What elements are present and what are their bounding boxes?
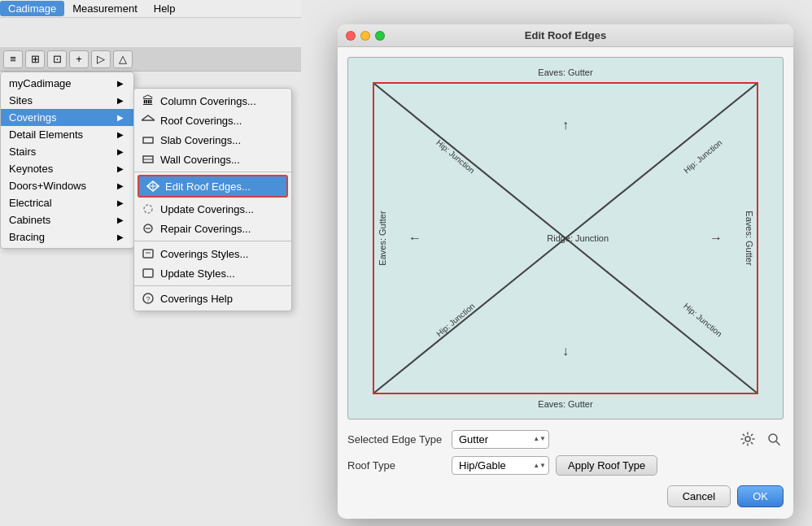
cancel-button[interactable]: Cancel [667,485,731,507]
search-icon[interactable] [764,429,784,449]
toolbar: ≡ ⊞ ⊡ + ▷ △ [0,47,301,72]
svg-point-7 [144,205,152,213]
divider-1 [134,172,291,172]
svg-rect-12 [143,269,153,277]
roof-type-select[interactable]: Hip/Gable [452,456,549,475]
svg-line-15 [374,84,565,238]
sidebar-item-doors-windows[interactable]: Doors+Windows ▶ [1,177,133,194]
arrow-icon: ▶ [117,164,124,173]
svg-rect-1 [143,137,153,143]
sidebar-item-keynotes[interactable]: Keynotes ▶ [1,160,133,177]
arrow-icon: ▶ [117,147,124,156]
menu-bar: Cadimage Measurement Help [0,0,301,18]
selected-edge-type-wrapper: Gutter ▲▼ [452,430,549,449]
toolbar-btn-5[interactable]: ▷ [91,50,111,68]
wall-coverings-icon [141,152,155,167]
submenu-update-styles[interactable]: Update Styles... [134,263,291,283]
eaves-top-label: Eaves: Gutter [538,67,592,77]
toolbar-btn-2[interactable]: ⊞ [25,50,45,68]
arrow-icon: ▶ [117,233,124,241]
ridge-label: Ridge: Junction [547,233,609,243]
submenu-wall-coverings[interactable]: Wall Coverings... [134,150,291,169]
divider-3 [134,285,291,286]
selected-edge-type-select[interactable]: Gutter [452,430,549,449]
dialog-title: Edit Roof Edges [525,29,606,41]
sidebar-item-mycadimage[interactable]: myCadimage ▶ [1,75,133,92]
sidebar-item-detail-elements[interactable]: Detail Elements ▶ [1,126,133,143]
submenu-coverings: 🏛 Column Coverings... Roof Coverings... … [133,88,292,311]
arrow-down-icon: ↓ [562,344,569,359]
apply-roof-type-button[interactable]: Apply Roof Type [556,455,657,476]
edit-roof-edges-dialog: Edit Roof Edges Eaves: Gutter Eaves: Gut… [338,24,793,519]
menu-cadimage[interactable]: Cadimage [0,1,64,16]
sidebar-item-electrical[interactable]: Electrical ▶ [1,194,133,211]
submenu-edit-roof-edges[interactable]: Edit Roof Edges... [138,175,288,198]
repair-coverings-icon [141,221,155,236]
selected-edge-type-row: Selected Edge Type Gutter ▲▼ [347,429,784,449]
edit-roof-edges-icon [146,179,160,193]
arrow-icon: ▶ [117,215,124,224]
svg-line-17 [374,238,565,393]
svg-line-21 [776,441,779,445]
submenu-column-coverings[interactable]: 🏛 Column Coverings... [134,91,291,111]
toolbar-btn-4[interactable]: + [69,50,89,68]
roof-type-wrapper: Hip/Gable ▲▼ [452,456,549,475]
sidebar-item-bracing[interactable]: Bracing ▶ [1,228,133,246]
selected-edge-type-label: Selected Edge Type [347,433,445,446]
svg-marker-0 [142,115,155,120]
minimize-button[interactable] [360,31,370,41]
settings-icon[interactable] [738,429,757,449]
arrow-icon: ▶ [117,96,124,105]
sidebar-item-stairs[interactable]: Stairs ▶ [1,143,133,160]
svg-text:?: ? [146,295,150,303]
arrow-left-icon: ← [408,231,421,246]
submenu-repair-coverings[interactable]: Repair Coverings... [134,219,291,238]
roof-type-row: Roof Type Hip/Gable ▲▼ Apply Roof Type [347,455,784,476]
submenu-update-coverings[interactable]: Update Coverings... [134,199,291,219]
arrow-right-icon: → [709,231,723,246]
svg-rect-10 [143,250,153,258]
menu-measurement[interactable]: Measurement [64,1,145,16]
arrow-icon: ▶ [117,113,124,122]
slab-coverings-icon [141,133,155,147]
dialog-footer: Cancel OK [347,482,784,509]
submenu-roof-coverings[interactable]: Roof Coverings... [134,111,291,130]
menu-help[interactable]: Help [146,1,184,16]
dialog-titlebar: Edit Roof Edges [338,24,793,47]
submenu-coverings-styles[interactable]: Coverings Styles... [134,244,291,263]
toolbar-btn-3[interactable]: ⊡ [47,50,67,68]
eaves-bottom-label: Eaves: Gutter [538,399,592,409]
roof-type-label: Roof Type [347,459,445,472]
dialog-body: Eaves: Gutter Eaves: Gutter Eaves: Gutte… [338,47,793,519]
divider-2 [134,241,291,241]
close-button[interactable] [346,31,356,41]
toolbar-btn-6[interactable]: △ [113,50,133,68]
ok-button[interactable]: OK [737,485,784,507]
update-styles-icon [141,266,155,280]
arrow-icon: ▶ [117,181,124,190]
svg-point-19 [745,437,750,441]
sidebar-item-sites[interactable]: Sites ▶ [1,92,133,109]
column-coverings-icon: 🏛 [141,93,155,108]
arrow-icon: ▶ [117,79,124,88]
arrow-icon: ▶ [117,198,124,207]
roof-border: ↑ ↓ ← → Ridge: Junction Hip: Junction Hi… [373,82,758,394]
svg-line-16 [565,84,757,238]
roof-coverings-icon [141,113,155,128]
submenu-coverings-help[interactable]: ? Coverings Help [134,289,291,308]
coverings-styles-icon [141,246,155,261]
sidebar-item-coverings[interactable]: Coverings ▶ [1,109,133,126]
icon-row [738,429,784,449]
arrow-icon: ▶ [117,130,124,139]
arrow-up-icon: ↑ [562,118,569,133]
maximize-button[interactable] [375,31,385,41]
svg-line-18 [565,238,757,393]
submenu-slab-coverings[interactable]: Slab Coverings... [134,130,291,150]
dialog-window-controls [346,31,385,41]
update-coverings-icon [141,202,155,216]
sidebar-item-cabinets[interactable]: Cabinets ▶ [1,211,133,228]
toolbar-btn-1[interactable]: ≡ [3,50,23,68]
sidebar-menu: myCadimage ▶ Sites ▶ Coverings ▶ Detail … [0,72,134,249]
coverings-help-icon: ? [141,291,155,306]
roof-diagram[interactable]: Eaves: Gutter Eaves: Gutter Eaves: Gutte… [347,57,784,419]
